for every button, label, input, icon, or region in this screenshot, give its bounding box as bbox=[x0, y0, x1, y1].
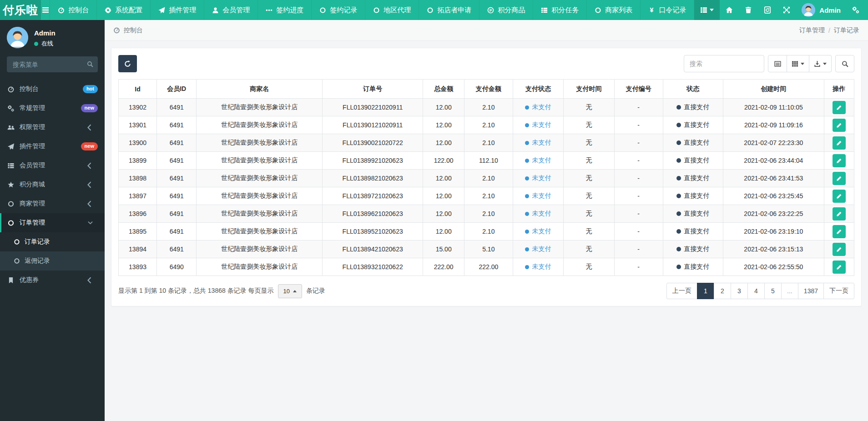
nav-item-签约记录[interactable]: 签约记录 bbox=[312, 0, 365, 20]
page-size-select[interactable]: 10 bbox=[278, 284, 302, 298]
cell-actions[interactable] bbox=[824, 116, 854, 134]
cell-actions[interactable] bbox=[824, 134, 854, 152]
trash-button[interactable] bbox=[739, 0, 758, 20]
sidebar-item-订单管理[interactable]: 订单管理 bbox=[0, 213, 105, 232]
refresh-button[interactable] bbox=[118, 55, 137, 72]
cell-actions[interactable] bbox=[824, 99, 854, 116]
nav-item-商家列表[interactable]: 商家列表 bbox=[587, 0, 641, 20]
sidebar-search-input[interactable] bbox=[7, 56, 98, 72]
prev-page-button[interactable]: 上一页 bbox=[666, 283, 697, 299]
cell-actions[interactable] bbox=[824, 170, 854, 187]
clear-cache-button[interactable] bbox=[758, 0, 777, 20]
label: 未支付 bbox=[532, 227, 551, 235]
nav-item-签约进度[interactable]: 签约进度 bbox=[258, 0, 312, 20]
col-pay-time[interactable]: 支付时间 bbox=[564, 80, 615, 99]
cell-actions[interactable] bbox=[824, 223, 854, 241]
col-paid[interactable]: 支付金额 bbox=[464, 80, 513, 99]
nav-item-口令记录[interactable]: ¥口令记录 bbox=[641, 0, 694, 20]
cell-created: 2021-02-07 22:23:30 bbox=[723, 134, 824, 152]
cell-total: 12.00 bbox=[423, 205, 464, 223]
nav-item-插件管理[interactable]: 插件管理 bbox=[151, 0, 204, 20]
cell-id: 13901 bbox=[119, 116, 157, 134]
sidebar-subitem-返佣记录[interactable]: 返佣记录 bbox=[0, 251, 105, 271]
edit-button[interactable] bbox=[833, 101, 846, 114]
toggle-detail-view-button[interactable] bbox=[768, 55, 787, 72]
col-id[interactable]: Id bbox=[119, 80, 157, 99]
cell-actions[interactable] bbox=[824, 187, 854, 205]
col-status[interactable]: 状态 bbox=[663, 80, 723, 99]
sidebar-item-常规管理[interactable]: 常规管理new bbox=[0, 99, 105, 118]
col-member-id[interactable]: 会员ID bbox=[157, 80, 197, 99]
page-button-1[interactable]: 1 bbox=[697, 283, 714, 299]
sidebar-item-积分商城[interactable]: 积分商城 bbox=[0, 175, 105, 194]
edit-button[interactable] bbox=[833, 261, 846, 274]
sidebar-subitem-订单记录[interactable]: 订单记录 bbox=[0, 232, 105, 251]
cell-merchant: 世纪陆壹捌美妆形象设计店 bbox=[197, 205, 323, 223]
export-button[interactable] bbox=[809, 55, 832, 72]
nav-item-系统配置[interactable]: 系统配置 bbox=[97, 0, 151, 20]
search-submit-button[interactable] bbox=[835, 55, 854, 72]
cell-status: 直接支付 bbox=[663, 258, 723, 276]
cell-actions[interactable] bbox=[824, 205, 854, 223]
sidebar-item-权限管理[interactable]: 权限管理 bbox=[0, 118, 105, 137]
cell-total: 122.00 bbox=[423, 152, 464, 170]
col-order-no[interactable]: 订单号 bbox=[322, 80, 423, 99]
edit-button[interactable] bbox=[833, 172, 846, 185]
page-button-5[interactable]: 5 bbox=[764, 283, 782, 299]
cell-actions[interactable] bbox=[824, 152, 854, 170]
breadcrumb-parent[interactable]: 订单管理 bbox=[799, 26, 825, 35]
sidebar-item-控制台[interactable]: 控制台hot bbox=[0, 80, 105, 99]
nav-item-控制台[interactable]: 控制台 bbox=[50, 0, 97, 20]
home-button[interactable] bbox=[720, 0, 739, 20]
sidebar-item-优惠券[interactable]: 优惠券 bbox=[0, 271, 105, 290]
page-button-3[interactable]: 3 bbox=[731, 283, 748, 299]
col-created[interactable]: 创建时间 bbox=[723, 80, 824, 99]
cell-pay-status: 未支付 bbox=[513, 205, 564, 223]
sidebar-user-panel: Admin 在线 bbox=[0, 20, 105, 53]
fullscreen-button[interactable] bbox=[777, 0, 796, 20]
nav-item-会员管理[interactable]: 会员管理 bbox=[204, 0, 258, 20]
cell-actions[interactable] bbox=[824, 241, 854, 258]
sidebar-toggle-button[interactable] bbox=[41, 0, 50, 20]
col-pay-no[interactable]: 支付编号 bbox=[614, 80, 663, 99]
edit-button[interactable] bbox=[833, 136, 846, 150]
edit-button[interactable] bbox=[833, 225, 846, 238]
view-menu-button[interactable] bbox=[694, 0, 720, 20]
cell-total: 12.00 bbox=[423, 99, 464, 116]
next-page-button[interactable]: 下一页 bbox=[823, 283, 854, 299]
settings-button[interactable] bbox=[846, 0, 865, 20]
cell-id: 13894 bbox=[119, 241, 157, 258]
page-button-4[interactable]: 4 bbox=[747, 283, 765, 299]
cell-created: 2021-02-09 11:10:05 bbox=[723, 99, 824, 116]
brand-logo[interactable]: 付乐啦 bbox=[0, 0, 41, 20]
columns-button[interactable] bbox=[787, 55, 809, 72]
col-pay-status[interactable]: 支付状态 bbox=[513, 80, 564, 99]
sidebar-item-商家管理[interactable]: 商家管理 bbox=[0, 194, 105, 213]
sidebar: Admin 在线 控制台hot常规管理new权限管理插件管理new会员管理积分商… bbox=[0, 20, 105, 421]
nav-item-积分任务[interactable]: 积分任务 bbox=[533, 0, 587, 20]
table-search-input[interactable] bbox=[684, 55, 764, 72]
edit-button[interactable] bbox=[833, 119, 846, 132]
page-button-2[interactable]: 2 bbox=[714, 283, 731, 299]
edit-button[interactable] bbox=[833, 207, 846, 221]
pay-status-badge: 未支付 bbox=[525, 192, 551, 199]
status-badge: 直接支付 bbox=[676, 227, 709, 235]
col-total[interactable]: 总金额 bbox=[423, 80, 464, 99]
edit-button[interactable] bbox=[833, 190, 846, 203]
cell-paid: 2.10 bbox=[464, 223, 513, 241]
sidebar-item-插件管理[interactable]: 插件管理new bbox=[0, 137, 105, 156]
blue-dot-icon bbox=[525, 141, 529, 145]
cell-order-no: FLL01389821020623 bbox=[322, 170, 423, 187]
nav-item-拓店者申请[interactable]: 拓店者申请 bbox=[419, 0, 479, 20]
sidebar-item-会员管理[interactable]: 会员管理 bbox=[0, 156, 105, 175]
nav-item-积分商品[interactable]: P积分商品 bbox=[479, 0, 533, 20]
col-merchant[interactable]: 商家名 bbox=[197, 80, 323, 99]
navbar-user-menu[interactable]: Admin bbox=[796, 3, 846, 17]
dark-dot-icon bbox=[676, 265, 681, 269]
edit-button[interactable] bbox=[833, 243, 846, 256]
page-button-1387[interactable]: 1387 bbox=[798, 283, 824, 299]
nav-item-地区代理[interactable]: 地区代理 bbox=[365, 0, 419, 20]
status-badge: 直接支付 bbox=[676, 121, 709, 128]
edit-button[interactable] bbox=[833, 154, 846, 167]
cell-actions[interactable] bbox=[824, 258, 854, 276]
